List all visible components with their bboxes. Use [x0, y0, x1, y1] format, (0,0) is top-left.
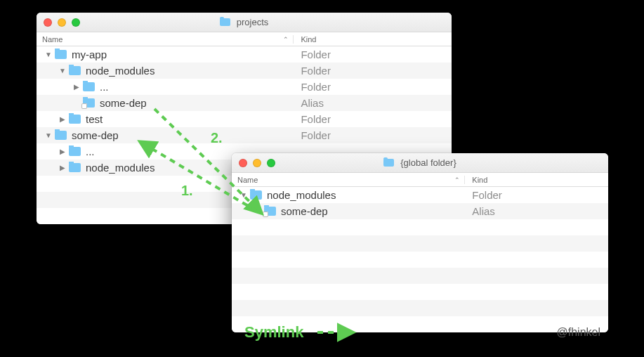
sort-caret-icon: ⌃: [454, 176, 460, 183]
zoom-icon[interactable]: [72, 18, 80, 27]
folder-icon: [220, 18, 230, 26]
close-icon[interactable]: [239, 159, 247, 167]
list-item-empty: [232, 300, 608, 316]
item-kind: Folder: [294, 48, 452, 60]
list-item[interactable]: ▶testFolder: [37, 111, 452, 127]
item-kind: Folder: [294, 129, 452, 141]
folder-icon: [250, 190, 262, 200]
sort-caret-icon: ⌃: [283, 36, 289, 43]
list-item[interactable]: ▼node_modulesFolder: [232, 187, 608, 203]
legend-label: Symlink: [244, 323, 303, 342]
column-header-name[interactable]: Name ⌃: [37, 35, 294, 44]
disclosure-open-icon[interactable]: ▼: [45, 51, 52, 58]
annotation-step-1: 1.: [181, 183, 193, 199]
item-label: some-dep: [100, 97, 147, 109]
disclosure-closed-icon[interactable]: ▶: [59, 164, 66, 171]
list-item-empty: [232, 219, 608, 235]
column-header-row: Name ⌃ Kind: [37, 32, 452, 46]
list-item-empty: [232, 235, 608, 252]
window-title: {global folder}: [232, 157, 608, 168]
item-kind: Folder: [294, 113, 452, 125]
folder-icon: [69, 147, 81, 156]
minimize-icon[interactable]: [58, 18, 66, 27]
list-item[interactable]: ▼some-depFolder: [37, 127, 452, 143]
minimize-icon[interactable]: [253, 159, 261, 167]
list-item-empty: [232, 268, 608, 284]
item-label: ...: [100, 81, 109, 93]
disclosure-open-icon[interactable]: ▼: [45, 131, 52, 139]
disclosure-closed-icon[interactable]: ▶: [59, 148, 66, 155]
traffic-lights: [232, 159, 275, 167]
list-item[interactable]: ▶...Folder: [37, 79, 452, 95]
item-kind: Alias: [465, 205, 608, 217]
item-kind: Folder: [294, 65, 452, 77]
folder-icon: [55, 131, 67, 140]
legend: Symlink: [244, 323, 303, 342]
column-header-name[interactable]: Name ⌃: [232, 176, 465, 184]
titlebar[interactable]: {global folder}: [232, 153, 608, 173]
window-title-text: {global folder}: [400, 157, 456, 168]
list-item[interactable]: ▼my-appFolder: [37, 46, 452, 63]
item-label: some-dep: [72, 129, 119, 141]
file-list: ▼node_modulesFoldersome-depAlias: [232, 187, 608, 332]
titlebar[interactable]: projects: [37, 13, 452, 32]
annotation-step-2: 2.: [211, 130, 223, 146]
item-label: my-app: [72, 48, 107, 60]
list-item-empty: [232, 284, 608, 300]
zoom-icon[interactable]: [267, 159, 275, 167]
close-icon[interactable]: [44, 18, 52, 27]
list-item[interactable]: some-depAlias: [37, 95, 452, 111]
item-kind: Folder: [465, 189, 608, 201]
folder-icon: [55, 50, 67, 59]
folder-icon: [69, 163, 81, 172]
item-label: ...: [86, 145, 95, 157]
alias-folder-icon: [83, 98, 95, 108]
folder-icon: [383, 159, 394, 167]
credit: @fhinkel: [557, 326, 601, 339]
column-header-row: Name ⌃ Kind: [232, 173, 608, 187]
alias-folder-icon: [264, 207, 276, 216]
list-item[interactable]: some-depAlias: [232, 203, 608, 219]
list-item-empty: [232, 252, 608, 268]
disclosure-open-icon[interactable]: ▼: [59, 67, 66, 74]
column-header-kind[interactable]: Kind: [294, 35, 452, 44]
disclosure-open-icon[interactable]: ▼: [240, 191, 247, 199]
disclosure-closed-icon[interactable]: ▶: [59, 115, 66, 123]
folder-icon: [69, 66, 81, 75]
item-label: some-dep: [281, 205, 328, 217]
item-label: node_modules: [86, 65, 155, 77]
item-kind: Alias: [294, 97, 452, 109]
item-label: node_modules: [267, 189, 336, 201]
item-label: node_modules: [86, 162, 155, 174]
finder-window-global: {global folder} Name ⌃ Kind ▼node_module…: [232, 153, 608, 332]
column-header-kind[interactable]: Kind: [465, 176, 608, 184]
disclosure-closed-icon[interactable]: ▶: [73, 83, 80, 91]
traffic-lights: [37, 18, 80, 27]
folder-icon: [69, 115, 81, 124]
folder-icon: [83, 82, 95, 91]
window-title: projects: [37, 17, 452, 27]
item-kind: Folder: [294, 81, 452, 93]
window-title-text: projects: [237, 17, 269, 27]
list-item[interactable]: ▼node_modulesFolder: [37, 63, 452, 79]
item-label: test: [86, 113, 103, 125]
